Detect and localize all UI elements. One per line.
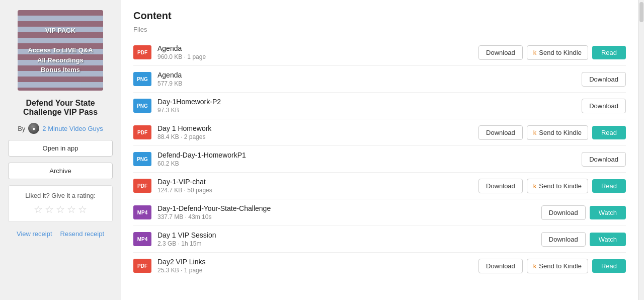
- file-actions: DownloadWatch: [541, 232, 626, 247]
- file-name: Defend-Day-1-HomeworkP1: [157, 151, 576, 159]
- file-name: Day-1-Defend-Your-State-Challenge: [157, 204, 535, 212]
- file-type-badge: MP4: [133, 205, 151, 219]
- download-button[interactable]: Download: [541, 205, 586, 220]
- file-info: Day-1Homework-P2 97.3 KB: [157, 98, 576, 114]
- kindle-icon: k: [533, 49, 537, 56]
- table-row: PDF Agenda 960.0 KB · 1 page DownloadkSe…: [133, 39, 626, 66]
- file-actions: DownloadkSend to KindleRead: [478, 259, 626, 273]
- star-rating[interactable]: ☆ ☆ ☆ ☆ ☆: [14, 203, 107, 215]
- product-image: VIP PACKAccess To LIVE Q&AAll Recordings…: [18, 10, 103, 91]
- star-5[interactable]: ☆: [78, 203, 87, 215]
- star-3[interactable]: ☆: [56, 203, 65, 215]
- file-actions: DownloadkSend to KindleRead: [478, 125, 626, 140]
- author-by-label: By: [18, 125, 25, 132]
- product-image-text: VIP PACKAccess To LIVE Q&AAll Recordings…: [24, 22, 97, 79]
- table-row: PDF Day2 VIP Links 25.3 KB · 1 page Down…: [133, 253, 626, 279]
- star-2[interactable]: ☆: [45, 203, 54, 215]
- download-button[interactable]: Download: [478, 45, 523, 60]
- file-actions: Download: [582, 72, 626, 87]
- file-type-badge: MP4: [133, 232, 151, 246]
- file-actions: Download: [582, 152, 626, 167]
- file-actions: DownloadkSend to KindleRead: [478, 45, 626, 60]
- star-4[interactable]: ☆: [67, 203, 76, 215]
- read-button[interactable]: Read: [592, 126, 626, 139]
- scrollbar-track[interactable]: [638, 0, 644, 300]
- product-title: Defend Your State Challenge VIP Pass: [8, 99, 113, 117]
- kindle-icon: k: [533, 129, 537, 136]
- download-button[interactable]: Download: [582, 99, 626, 113]
- kindle-icon: k: [533, 182, 537, 190]
- watch-button[interactable]: Watch: [590, 206, 626, 219]
- download-button[interactable]: Download: [478, 125, 523, 140]
- file-info: Day 1 Homework 88.4 KB · 2 pages: [157, 124, 472, 140]
- file-name: Agenda: [157, 44, 472, 52]
- rating-label: Liked it? Give it a rating:: [14, 192, 107, 199]
- avatar-inner: ●: [28, 123, 39, 134]
- file-actions: DownloadWatch: [541, 205, 626, 220]
- file-name: Day 1 Homework: [157, 124, 472, 132]
- file-name: Day-1Homework-P2: [157, 98, 576, 106]
- file-type-badge: PNG: [133, 72, 151, 86]
- file-name: Day2 VIP Links: [157, 258, 472, 266]
- file-info: Agenda 960.0 KB · 1 page: [157, 44, 472, 60]
- scrollbar-thumb[interactable]: [639, 2, 643, 22]
- file-meta: 2.3 GB · 1h 15m: [157, 240, 535, 247]
- file-name: Agenda: [157, 71, 576, 79]
- file-info: Day-1-Defend-Your-State-Challenge 337.7 …: [157, 204, 535, 220]
- read-button[interactable]: Read: [592, 46, 626, 59]
- download-button[interactable]: Download: [541, 232, 586, 247]
- file-meta: 25.3 KB · 1 page: [157, 267, 472, 274]
- file-info: Day 1 VIP Session 2.3 GB · 1h 15m: [157, 231, 535, 247]
- file-meta: 88.4 KB · 2 pages: [157, 133, 472, 140]
- open-in-app-button[interactable]: Open in app: [8, 140, 113, 157]
- table-row: PNG Defend-Day-1-HomeworkP1 60.2 KB Down…: [133, 146, 626, 173]
- product-author: By ● 2 Minute Video Guys: [18, 123, 103, 134]
- download-button[interactable]: Download: [478, 179, 523, 193]
- star-1[interactable]: ☆: [34, 203, 43, 215]
- file-meta: 124.7 KB · 50 pages: [157, 187, 472, 194]
- send-to-kindle-button[interactable]: kSend to Kindle: [527, 125, 588, 140]
- rating-section: Liked it? Give it a rating: ☆ ☆ ☆ ☆ ☆: [8, 185, 113, 222]
- view-receipt-link[interactable]: View receipt: [17, 230, 52, 238]
- main-content: Content Files PDF Agenda 960.0 KB · 1 pa…: [121, 0, 638, 300]
- file-type-badge: PNG: [133, 152, 151, 166]
- read-button[interactable]: Read: [592, 179, 626, 193]
- file-meta: 97.3 KB: [157, 107, 576, 114]
- file-name: Day 1 VIP Session: [157, 231, 535, 239]
- table-row: MP4 Day 1 VIP Session 2.3 GB · 1h 15m Do…: [133, 226, 626, 253]
- resend-receipt-link[interactable]: Resend receipt: [60, 230, 104, 238]
- download-button[interactable]: Download: [478, 259, 523, 273]
- download-button[interactable]: Download: [582, 72, 626, 87]
- file-meta: 337.7 MB · 43m 10s: [157, 213, 535, 220]
- file-info: Day-1-VIP-chat 124.7 KB · 50 pages: [157, 178, 472, 194]
- files-label: Files: [133, 26, 626, 33]
- download-button[interactable]: Download: [582, 152, 626, 167]
- table-row: PNG Day-1Homework-P2 97.3 KB Download: [133, 93, 626, 119]
- file-info: Defend-Day-1-HomeworkP1 60.2 KB: [157, 151, 576, 167]
- file-type-badge: PDF: [133, 259, 151, 273]
- file-actions: Download: [582, 99, 626, 113]
- table-row: PDF Day-1-VIP-chat 124.7 KB · 50 pages D…: [133, 173, 626, 199]
- content-title: Content: [133, 10, 626, 22]
- file-meta: 577.9 KB: [157, 80, 576, 87]
- file-actions: DownloadkSend to KindleRead: [478, 179, 626, 193]
- file-info: Agenda 577.9 KB: [157, 71, 576, 87]
- receipt-links: View receipt Resend receipt: [17, 230, 104, 238]
- send-to-kindle-button[interactable]: kSend to Kindle: [527, 179, 588, 193]
- file-type-badge: PDF: [133, 125, 151, 139]
- author-link[interactable]: 2 Minute Video Guys: [42, 125, 103, 132]
- file-info: Day2 VIP Links 25.3 KB · 1 page: [157, 258, 472, 274]
- file-type-badge: PDF: [133, 45, 151, 59]
- send-to-kindle-button[interactable]: kSend to Kindle: [527, 45, 588, 60]
- sidebar: VIP PACKAccess To LIVE Q&AAll Recordings…: [0, 0, 121, 300]
- file-meta: 60.2 KB: [157, 160, 576, 167]
- archive-button[interactable]: Archive: [8, 163, 113, 179]
- send-to-kindle-button[interactable]: kSend to Kindle: [527, 259, 588, 273]
- table-row: PNG Agenda 577.9 KB Download: [133, 66, 626, 93]
- table-row: MP4 Day-1-Defend-Your-State-Challenge 33…: [133, 199, 626, 226]
- file-name: Day-1-VIP-chat: [157, 178, 472, 186]
- read-button[interactable]: Read: [592, 259, 626, 273]
- file-meta: 960.0 KB · 1 page: [157, 53, 472, 60]
- files-list: PDF Agenda 960.0 KB · 1 page DownloadkSe…: [133, 39, 626, 279]
- watch-button[interactable]: Watch: [590, 233, 626, 246]
